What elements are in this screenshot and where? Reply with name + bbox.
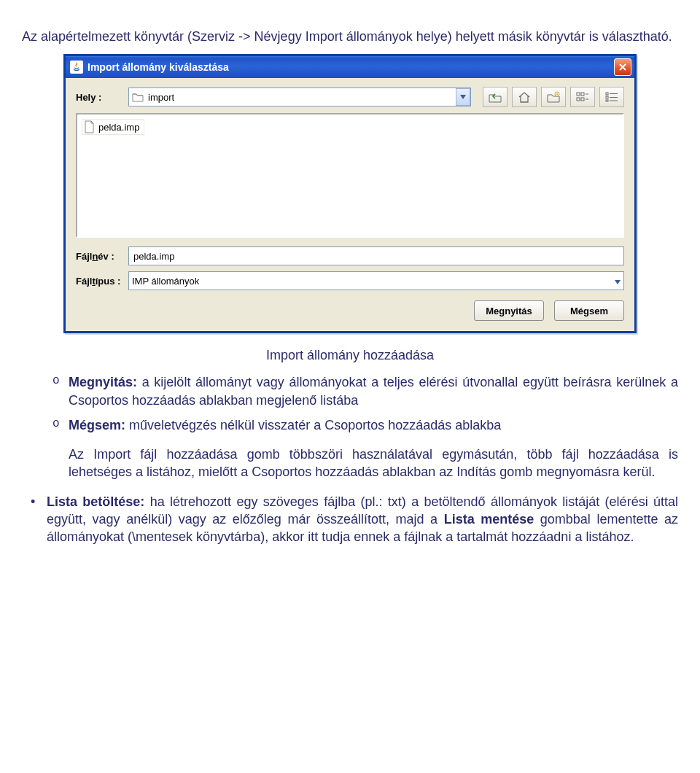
file-list[interactable]: pelda.imp xyxy=(76,113,624,238)
explain-list: Megnyitás: a kijelölt állományt vagy áll… xyxy=(22,373,678,434)
new-folder-button[interactable]: ✦ xyxy=(541,87,566,107)
location-combo[interactable]: import xyxy=(128,88,471,106)
close-button[interactable] xyxy=(614,58,631,76)
figure-caption: Import állomány hozzáadása xyxy=(22,348,678,363)
chevron-down-icon[interactable] xyxy=(456,88,470,106)
filetype-value: IMP állományok xyxy=(132,276,615,287)
intro-paragraph: Az alapértelmezett könyvtár (Szerviz -> … xyxy=(22,28,678,45)
titlebar: Import állomány kiválasztása xyxy=(66,56,634,78)
chevron-down-icon[interactable] xyxy=(615,276,621,287)
open-button[interactable]: Megnyitás xyxy=(474,300,544,321)
svg-rect-4 xyxy=(577,98,580,101)
svg-rect-3 xyxy=(581,93,584,96)
svg-text:✦: ✦ xyxy=(556,92,559,96)
file-chooser-dialog: Import állomány kiválasztása Hely : impo… xyxy=(63,54,637,333)
details-view-button[interactable] xyxy=(599,87,624,107)
svg-rect-2 xyxy=(577,93,580,96)
folder-icon xyxy=(132,92,144,102)
filetype-combo[interactable]: IMP állományok xyxy=(128,271,624,290)
list-view-button[interactable] xyxy=(570,87,595,107)
paragraph: Az Import fájl hozzáadása gomb többszöri… xyxy=(52,446,678,481)
list-item: Mégsem: műveletvégzés nélkül visszatér a… xyxy=(52,416,678,434)
filename-input[interactable] xyxy=(128,246,624,265)
svg-rect-12 xyxy=(606,100,608,101)
file-item[interactable]: pelda.imp xyxy=(82,119,144,135)
file-icon xyxy=(84,120,95,133)
svg-rect-8 xyxy=(606,93,608,95)
filename-label: Fájlnév : xyxy=(76,251,128,262)
svg-rect-5 xyxy=(581,98,584,101)
up-folder-button[interactable] xyxy=(483,87,508,107)
bullet-list: Lista betöltése: ha létrehozott egy szöv… xyxy=(22,493,678,546)
home-button[interactable] xyxy=(512,87,537,107)
list-item: Megnyitás: a kijelölt állományt vagy áll… xyxy=(52,373,678,409)
dialog-body: Hely : import ✦ xyxy=(66,78,634,331)
location-value: import xyxy=(148,92,456,103)
cancel-button[interactable]: Mégsem xyxy=(554,300,624,321)
list-item: Lista betöltése: ha létrehozott egy szöv… xyxy=(31,493,678,546)
java-icon xyxy=(70,61,83,74)
dialog-title: Import állomány kiválasztása xyxy=(88,61,614,73)
svg-rect-10 xyxy=(606,96,608,98)
file-item-label: pelda.imp xyxy=(98,122,139,133)
location-label: Hely : xyxy=(76,92,128,103)
filetype-label: Fájltípus : xyxy=(76,276,128,287)
